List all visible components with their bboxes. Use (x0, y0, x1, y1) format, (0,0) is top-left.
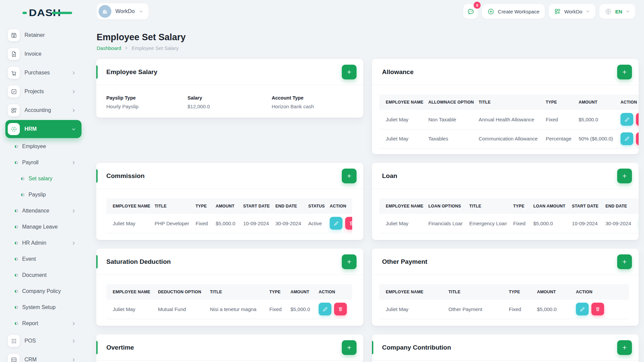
messages-button[interactable]: 0 (463, 4, 478, 19)
table-cell: PHP Developer (148, 214, 189, 233)
add-saturation-deduction-button[interactable] (342, 254, 357, 269)
table-cell: Emergency Loan (463, 214, 507, 233)
other-payment-table: EMPLOYEE NAMETITLETYPEAMOUNTACTIONJuliet… (379, 284, 639, 319)
check-icon (8, 85, 20, 98)
cards-grid: Employee Salary Payslip Type Hourly Pays… (96, 59, 639, 362)
sidebar-item-payslip[interactable]: Payslip (0, 187, 89, 203)
table-header-row: EMPLOYEE NAMEDEDUCTION OPTIONTITLETYPEAM… (106, 284, 352, 300)
column-header: EMPLOYEE NAME (106, 198, 148, 214)
plus-icon (346, 173, 352, 179)
cart-icon (8, 67, 20, 79)
delete-button[interactable] (636, 132, 639, 145)
delete-button[interactable] (334, 303, 347, 315)
circle-bullet-icon (15, 290, 18, 293)
sidebar-item-label: System Setup (22, 304, 56, 310)
chevron-right-icon (71, 108, 76, 113)
column-header: START DATE (237, 198, 269, 214)
plus-icon (622, 173, 628, 179)
circle-bullet-icon (15, 306, 18, 309)
chevron-down-icon (139, 9, 143, 14)
grid-icon (8, 104, 20, 116)
edit-button[interactable] (319, 303, 331, 315)
table-row: Juliet MayNon TaxableAnnual Health Allow… (379, 110, 639, 129)
sidebar-item-document[interactable]: Document (0, 267, 89, 283)
apps-menu-button[interactable]: WorkDo (549, 4, 595, 19)
sidebar-item-payroll[interactable]: Payroll (0, 155, 89, 171)
table-row: Juliet MayOther PaymentFixed$5,000.0 (379, 300, 629, 319)
breadcrumb-dashboard-link[interactable]: Dashboard (97, 45, 121, 51)
delete-button[interactable] (591, 303, 604, 315)
sidebar-item-system-setup[interactable]: System Setup (0, 299, 89, 315)
table-cell: Fixed (263, 300, 284, 319)
add-other-payment-button[interactable] (617, 254, 632, 269)
sidebar-item-event[interactable]: Event (0, 251, 89, 267)
plus-icon (346, 69, 352, 75)
add-commission-button[interactable] (342, 169, 357, 183)
chevron-right-icon (71, 358, 76, 362)
sidebar-item-pos[interactable]: POS (0, 331, 89, 350)
edit-button[interactable] (576, 303, 589, 315)
brand-logo[interactable]: DASH (22, 7, 73, 20)
pencil-icon (333, 221, 339, 226)
sidebar-item-label: Attendance (22, 208, 49, 214)
table-cell: $5,000.0 (284, 300, 312, 319)
sidebar-item-hrm[interactable]: HRM (0, 120, 89, 138)
edit-button[interactable] (330, 217, 342, 230)
column-header: STATUS (302, 198, 323, 214)
table-cell: $5,000.0 (209, 214, 237, 233)
workspace-name: WorkDo (115, 8, 135, 14)
add-allowance-button[interactable] (617, 65, 632, 79)
column-header: LOAN AMOUNT (527, 198, 566, 214)
add-loan-button[interactable] (617, 169, 632, 183)
sidebar-item-manage-leave[interactable]: Manage Leave (0, 219, 89, 235)
add-company-contribution-button[interactable] (617, 340, 632, 355)
edit-button[interactable] (621, 113, 633, 126)
workspace-switcher[interactable]: WorkDo (97, 3, 149, 19)
breadcrumb: Dashboard Employee Set Salary (97, 45, 186, 51)
sidebar-item-projects[interactable]: Projects (0, 82, 89, 101)
table-row: Juliet MayMutual FundNisi a tenetur magn… (106, 300, 352, 319)
table-cell: Active (302, 214, 323, 233)
chevron-right-icon (71, 89, 76, 94)
chevron-right-icon (71, 339, 76, 343)
sidebar-item-attendance[interactable]: Attendance (0, 203, 89, 219)
target-icon (8, 123, 20, 135)
card-overtime: Overtime (96, 335, 363, 362)
column-header: ACTION (312, 284, 352, 300)
plus-icon (622, 69, 628, 75)
edit-button[interactable] (621, 132, 633, 145)
table-cell: 50% ($6,000.0) (572, 129, 614, 148)
column-header: TITLE (472, 95, 539, 110)
create-workspace-button[interactable]: Create Workspace (482, 4, 545, 19)
sidebar-item-label: Retainer (24, 32, 45, 38)
sidebar-item-purchases[interactable]: Purchases (0, 63, 89, 82)
sidebar-item-label: HR Admin (22, 240, 46, 246)
card-title: Loan (382, 172, 397, 180)
language-selector[interactable]: EN (599, 4, 635, 19)
card-loan: Loan EMPLOYEE NAMELOAN OPTIONSTITLETYPEL… (372, 163, 639, 240)
delete-button[interactable] (636, 113, 639, 126)
sidebar-item-hr-admin[interactable]: HR Admin (0, 235, 89, 251)
add-overtime-button[interactable] (342, 340, 357, 355)
sidebar-item-crm[interactable]: CRM (0, 350, 89, 362)
column-header: AMOUNT (531, 284, 570, 300)
pencil-icon (624, 117, 630, 122)
chevron-down-icon (71, 127, 76, 131)
chevron-right-icon (71, 321, 76, 326)
sidebar-item-set-salary[interactable]: Set salary (0, 171, 89, 187)
card-allowance: Allowance EMPLOYEE NAMEALLOWNACE OPTIONT… (372, 59, 639, 154)
sidebar-item-accounting[interactable]: Accounting (0, 101, 89, 120)
chevron-right-icon (71, 161, 76, 165)
delete-button[interactable] (345, 217, 352, 230)
table-cell: 30-09-2024 (599, 214, 633, 233)
sidebar-item-invoice[interactable]: Invoice (0, 45, 89, 63)
sidebar-item-retainer[interactable]: Retainer (0, 26, 89, 45)
dots-icon (8, 335, 20, 347)
sidebar-item-report[interactable]: Report (0, 315, 89, 331)
card-title: Overtime (106, 344, 134, 351)
add-employee-salary-button[interactable] (342, 65, 357, 79)
workspace-avatar (99, 5, 111, 18)
sidebar-item-company-policy[interactable]: Company Policy (0, 283, 89, 299)
sidebar-item-employee[interactable]: Employee (0, 138, 89, 155)
column-header: ACTION (323, 198, 352, 214)
